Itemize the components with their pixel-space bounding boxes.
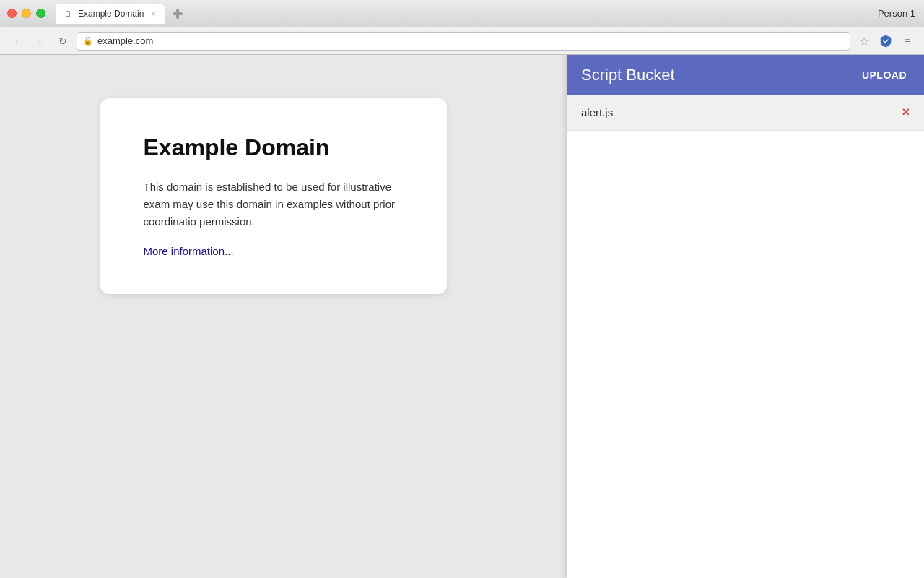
person-label: Person 1 <box>878 8 915 19</box>
shield-icon <box>879 35 892 48</box>
content-card: Example Domain This domain is establishe… <box>100 98 447 294</box>
upload-button[interactable]: UPLOAD <box>859 65 910 85</box>
list-item: alert.js × <box>567 95 924 131</box>
bookmark-icon: ☆ <box>860 35 869 47</box>
back-button[interactable]: ‹ <box>7 32 26 51</box>
forward-button[interactable]: › <box>30 32 49 51</box>
browser-tab[interactable]: 🗒 Example Domain × <box>56 4 165 24</box>
refresh-icon: ↻ <box>58 35 67 47</box>
tab-bar: 🗒 Example Domain × <box>53 4 917 24</box>
script-name: alert.js <box>581 106 613 118</box>
refresh-button[interactable]: ↻ <box>53 32 72 51</box>
forward-icon: › <box>38 35 42 47</box>
svg-rect-1 <box>173 12 183 15</box>
titlebar: 🗒 Example Domain × Person 1 <box>0 0 924 27</box>
navbar: ‹ › ↻ 🔒 example.com ☆ ≡ <box>0 27 924 55</box>
nav-right-icons: ☆ ≡ <box>855 32 917 51</box>
extension-shield-button[interactable] <box>876 32 895 51</box>
menu-button[interactable]: ≡ <box>898 32 917 51</box>
menu-icon: ≡ <box>905 35 910 47</box>
close-button[interactable] <box>7 9 17 18</box>
address-text: example.com <box>97 35 844 46</box>
bookmark-button[interactable]: ☆ <box>855 32 873 51</box>
delete-script-button[interactable]: × <box>902 105 910 120</box>
tab-close-button[interactable]: × <box>151 9 155 18</box>
address-bar[interactable]: 🔒 example.com <box>77 32 850 51</box>
tab-label: Example Domain <box>78 9 144 19</box>
traffic-lights <box>7 9 45 18</box>
browser-body: Example Domain This domain is establishe… <box>0 55 924 578</box>
page-body: This domain is established to be used fo… <box>144 178 404 230</box>
page-title: Example Domain <box>144 134 404 161</box>
extension-title: Script Bucket <box>581 66 675 85</box>
more-info-link[interactable]: More information... <box>144 245 234 257</box>
maximize-button[interactable] <box>36 9 45 18</box>
lock-icon: 🔒 <box>83 36 93 46</box>
tab-favicon: 🗒 <box>64 9 72 18</box>
extension-panel: Script Bucket UPLOAD alert.js × <box>567 55 924 578</box>
minimize-button[interactable] <box>22 9 31 18</box>
extension-header: Script Bucket UPLOAD <box>567 55 924 95</box>
new-tab-button[interactable] <box>167 4 188 24</box>
back-icon: ‹ <box>15 35 19 47</box>
extension-list: alert.js × <box>567 95 924 131</box>
